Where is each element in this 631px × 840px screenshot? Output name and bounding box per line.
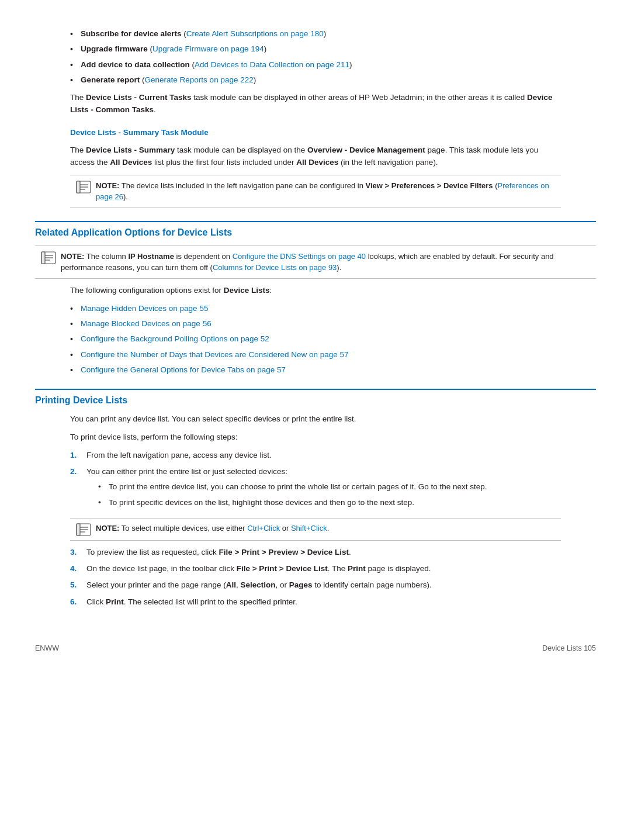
add-device-link[interactable]: Add Devices to Data Collection on page 2…: [195, 60, 349, 69]
step-text-6: Click Print. The selected list will prin…: [86, 596, 297, 608]
steps-list-2: 3. To preview the list as requested, cli…: [70, 547, 561, 608]
step-1: 1. From the left navigation pane, access…: [70, 450, 561, 461]
step-text-4: On the device list page, in the toolbar …: [86, 563, 431, 575]
manage-hidden-link[interactable]: Manage Hidden Devices on page 55: [81, 304, 208, 313]
list-item: Subscribe for device alerts (Create Aler…: [70, 28, 596, 40]
printing-heading: Printing Device Lists: [35, 389, 596, 407]
list-item: Add device to data collection (Add Devic…: [70, 59, 596, 71]
footer-left: ENWW: [35, 643, 59, 654]
footer-right: Device Lists 105: [542, 643, 596, 654]
top-bullet-list: Subscribe for device alerts (Create Aler…: [70, 28, 596, 86]
list-item: Configure the Number of Days that Device…: [70, 349, 596, 361]
list-item: Configure the General Options for Device…: [70, 364, 596, 376]
config-bullet-list: Manage Hidden Devices on page 55 Manage …: [70, 303, 596, 376]
step-num-4: 4.: [70, 563, 81, 575]
summary-section-heading: Device Lists - Summary Task Module: [70, 127, 596, 139]
background-polling-link[interactable]: Configure the Background Polling Options…: [81, 334, 269, 343]
printing-body-2: To print device lists, perform the follo…: [70, 431, 561, 444]
svg-rect-9: [41, 252, 45, 264]
note-box-1: NOTE: The device lists included in the l…: [70, 175, 561, 208]
ctrl-click-link[interactable]: Ctrl+Click: [247, 524, 280, 533]
note-text-3: NOTE: To select multiple devices, use ei…: [96, 523, 329, 534]
printing-body-1: You can print any device list. You can s…: [70, 413, 561, 426]
note-text-1: NOTE: The device lists included in the l…: [96, 180, 555, 203]
sub-list-item: To print specific devices on the list, h…: [98, 497, 487, 509]
step-text-1: From the left navigation pane, access an…: [86, 450, 272, 461]
step-text-3: To preview the list as requested, click …: [86, 547, 351, 558]
list-item: Upgrade firmware (Upgrade Firmware on pa…: [70, 43, 596, 55]
add-device-label: Add device to data collection: [81, 60, 190, 69]
subscribe-label: Subscribe for device alerts: [81, 29, 182, 38]
summary-body: The Device Lists - Summary task module c…: [70, 144, 561, 169]
manage-blocked-link[interactable]: Manage Blocked Devices on page 56: [81, 319, 212, 328]
step-num-6: 6.: [70, 596, 81, 608]
step2-sub-list: To print the entire device list, you can…: [98, 481, 487, 509]
note-icon-1: [76, 181, 91, 193]
step-num-1: 1.: [70, 450, 81, 461]
list-item: Generate report (Generate Reports on pag…: [70, 74, 596, 86]
list-item: Manage Hidden Devices on page 55: [70, 303, 596, 314]
list-item: Manage Blocked Devices on page 56: [70, 318, 596, 330]
columns-link[interactable]: Columns for Device Lists on page 93: [213, 263, 337, 272]
svg-rect-4: [77, 181, 80, 193]
subscribe-link[interactable]: Create Alert Subscriptions on page 180: [186, 29, 324, 38]
days-new-link[interactable]: Configure the Number of Days that Device…: [81, 350, 349, 359]
steps-list: 1. From the left navigation pane, access…: [70, 450, 561, 512]
step-num-2: 2.: [70, 466, 81, 512]
step-5: 5. Select your printer and the page rang…: [70, 579, 561, 591]
step-3: 3. To preview the list as requested, cli…: [70, 547, 561, 558]
step-text-5: Select your printer and the page range (…: [86, 579, 432, 591]
step-6: 6. Click Print. The selected list will p…: [70, 596, 561, 608]
generate-label: Generate report: [81, 75, 140, 84]
note-icon-3: [76, 523, 91, 536]
svg-rect-14: [77, 524, 80, 535]
list-item: Configure the Background Polling Options…: [70, 333, 596, 345]
note-box-2: NOTE: The column IP Hostname is dependen…: [35, 246, 596, 279]
note-icon-2: [41, 251, 56, 264]
related-heading: Related Application Options for Device L…: [35, 221, 596, 240]
step-text-2: You can either print the entire list or …: [86, 466, 487, 512]
dns-settings-link[interactable]: Configure the DNS Settings on page 40: [233, 252, 366, 261]
step-2: 2. You can either print the entire list …: [70, 466, 561, 512]
note-box-3: NOTE: To select multiple devices, use ei…: [70, 518, 561, 541]
upgrade-link[interactable]: Upgrade Firmware on page 194: [152, 44, 264, 53]
footer: ENWW Device Lists 105: [35, 643, 596, 654]
shift-click-link[interactable]: Shift+Click: [291, 524, 327, 533]
upgrade-label: Upgrade firmware: [81, 44, 148, 53]
note-text-2: NOTE: The column IP Hostname is dependen…: [61, 251, 590, 274]
step-num-5: 5.: [70, 579, 81, 591]
general-options-link[interactable]: Configure the General Options for Device…: [81, 365, 286, 374]
step-num-3: 3.: [70, 547, 81, 558]
config-intro-text: The following configuration options exis…: [70, 285, 561, 297]
sub-list-item: To print the entire device list, you can…: [98, 481, 487, 493]
generate-link[interactable]: Generate Reports on page 222: [145, 75, 254, 84]
step-4: 4. On the device list page, in the toolb…: [70, 563, 561, 575]
body-text-1: The Device Lists - Current Tasks task mo…: [70, 92, 561, 116]
